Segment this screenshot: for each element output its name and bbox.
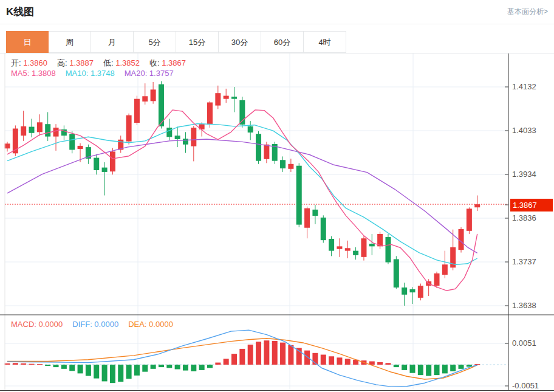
tab-week[interactable]: 周 [49, 31, 91, 53]
kline-chart-area[interactable]: 开: 1.3860高: 1.3887低: 1.3852收: 1.3867 MA5… [0, 53, 554, 391]
tab-15min[interactable]: 15分 [176, 31, 219, 53]
tab-month[interactable]: 月 [91, 31, 134, 53]
fundamental-analysis-link[interactable]: 基本面分析> [507, 7, 548, 17]
kline-page: K线图 基本面分析> 日周月5分15分30分60分4时 开: 1.3860高: … [0, 0, 554, 392]
tab-30min[interactable]: 30分 [219, 31, 261, 53]
page-header: K线图 基本面分析> [0, 0, 554, 24]
tab-60min[interactable]: 60分 [261, 31, 304, 53]
kline-chart-canvas[interactable] [0, 53, 554, 391]
tab-4hour[interactable]: 4时 [304, 31, 346, 53]
tab-5min[interactable]: 5分 [134, 31, 176, 53]
tab-day[interactable]: 日 [6, 31, 49, 53]
page-title: K线图 [6, 5, 34, 19]
interval-tabs: 日周月5分15分30分60分4时 [0, 31, 554, 53]
